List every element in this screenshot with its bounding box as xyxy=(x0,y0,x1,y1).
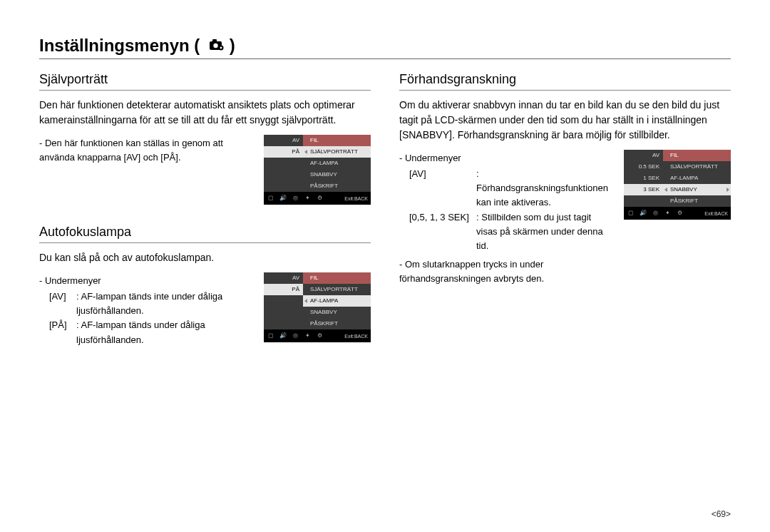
menu-left-item[interactable]: AV xyxy=(264,135,303,146)
menu-footer: ▢ 🔊 ◎ ✦ ⚙ Exit:BACK xyxy=(264,192,371,205)
menu-left-item xyxy=(264,318,303,329)
section-preview: Förhandsgranskning Om du aktiverar snabb… xyxy=(399,72,731,287)
menu-left-item[interactable]: AV xyxy=(624,150,663,161)
gear-icon: ⚙ xyxy=(315,332,324,340)
page-number: <69> xyxy=(712,509,731,519)
section-intro: Om du aktiverar snabbvyn innan du tar en… xyxy=(399,98,731,143)
content-columns: Självporträtt Den här funktionen detekte… xyxy=(39,72,731,367)
left-column: Självporträtt Den här funktionen detekte… xyxy=(39,72,371,367)
page-title-row: Inställningsmenyn ( ) xyxy=(39,36,731,59)
right-column: Förhandsgranskning Om du aktiverar snabb… xyxy=(399,72,731,367)
menu-footer: ▢ 🔊 ◎ ✦ ⚙ Exit:BACK xyxy=(624,207,731,220)
menu-left-item xyxy=(624,195,663,207)
manual-page: Inställningsmenyn ( ) Självporträtt Den … xyxy=(0,0,770,532)
menu-left-item[interactable]: 1 SEK xyxy=(624,173,663,184)
sound-icon: 🔊 xyxy=(639,209,647,218)
menu-right-item[interactable]: PÅSKRIFT xyxy=(303,318,371,329)
menu-right-item[interactable]: SNABBVY xyxy=(303,307,371,318)
menu-left-item xyxy=(264,169,303,180)
submenu-row: [AV] : AF-lampan tänds inte under dåliga… xyxy=(49,290,252,318)
triangle-right-icon xyxy=(727,188,729,192)
camera-icon: ◎ xyxy=(651,209,659,218)
menu-right-item[interactable]: FIL xyxy=(303,135,371,146)
menu-left-item[interactable]: 0.5 SEK xyxy=(624,161,663,173)
menu-left-item xyxy=(264,180,303,192)
camera-menu-aflamp: AV PÅ FIL SJÄLVPORTRÄTT AF-LAMPA SNABBV xyxy=(264,272,371,342)
menu-left-item xyxy=(264,158,303,169)
tools-icon: ✦ xyxy=(303,194,312,203)
section-intro: Den här funktionen detekterar automatisk… xyxy=(39,98,371,128)
menu-footer: ▢ 🔊 ◎ ✦ ⚙ Exit:BACK xyxy=(264,329,371,342)
sound-icon: 🔊 xyxy=(279,332,287,340)
camera-icon: ◎ xyxy=(291,194,299,203)
menu-right-item[interactable]: SJÄLVPORTRÄTT xyxy=(663,161,731,173)
menu-right-item[interactable]: PÅSKRIFT xyxy=(663,195,731,207)
section-intro: Du kan slå på och av autofokuslampan. xyxy=(39,250,371,265)
submenu-label: - Undermenyer xyxy=(39,274,252,288)
menu-left-item[interactable]: PÅ xyxy=(264,146,303,158)
section-note: - Den här funktionen kan ställas in geno… xyxy=(39,136,252,165)
triangle-left-icon xyxy=(304,299,307,303)
submenu-row: [PÅ] : AF-lampan tänds under dåliga ljus… xyxy=(49,318,252,347)
submenu-row: [AV] : Förhandsgranskningsfunktionen kan… xyxy=(409,167,612,210)
menu-exit-label[interactable]: Exit:BACK xyxy=(344,196,368,201)
camera-menu-preview: AV 0.5 SEK 1 SEK 3 SEK FIL SJÄLVPORTRÄTT… xyxy=(624,150,731,220)
menu-left-item xyxy=(264,307,303,318)
menu-right-item[interactable]: SJÄLVPORTRÄTT xyxy=(303,284,371,295)
menu-left-item[interactable]: 3 SEK xyxy=(624,184,663,195)
gear-icon: ⚙ xyxy=(315,194,324,203)
section-note: - Om slutarknappen trycks in under förha… xyxy=(399,257,612,286)
menu-right-item[interactable]: SJÄLVPORTRÄTT xyxy=(303,146,371,158)
camera-menu-selfportrait: AV PÅ FIL SJÄLVPORTRÄTT AF-LAMPA SNABBV xyxy=(264,135,371,205)
tools-icon: ✦ xyxy=(663,209,672,218)
menu-right-item[interactable]: FIL xyxy=(663,150,731,161)
menu-right-item[interactable]: AF-LAMPA xyxy=(303,158,371,169)
submenu-row: [0,5, 1, 3 SEK] : Stillbilden som du jus… xyxy=(409,210,612,253)
section-aflamp: Autofokuslampa Du kan slå på och av auto… xyxy=(39,225,371,347)
svg-point-2 xyxy=(213,44,217,48)
display-icon: ▢ xyxy=(267,332,275,340)
tools-icon: ✦ xyxy=(303,332,312,340)
menu-right-item[interactable]: PÅSKRIFT xyxy=(303,180,371,192)
svg-point-4 xyxy=(220,47,222,49)
menu-right-item[interactable]: AF-LAMPA xyxy=(663,173,731,184)
svg-rect-1 xyxy=(212,39,217,42)
menu-right-item[interactable]: SNABBVY xyxy=(663,184,731,195)
menu-left-item xyxy=(264,295,303,307)
section-heading: Självporträtt xyxy=(39,72,371,91)
submenu-definitions: [AV] : AF-lampan tänds inte under dåliga… xyxy=(39,290,252,347)
sound-icon: 🔊 xyxy=(279,194,287,203)
triangle-left-icon xyxy=(304,150,307,154)
menu-left-item[interactable]: AV xyxy=(264,272,303,284)
menu-left-item[interactable]: PÅ xyxy=(264,284,303,295)
section-heading: Förhandsgranskning xyxy=(399,72,731,91)
menu-right-item[interactable]: SNABBVY xyxy=(303,169,371,180)
display-icon: ▢ xyxy=(627,209,635,218)
section-selfportrait: Självporträtt Den här funktionen detekte… xyxy=(39,72,371,205)
submenu-definitions: [AV] : Förhandsgranskningsfunktionen kan… xyxy=(399,167,612,253)
gear-icon: ⚙ xyxy=(675,209,684,218)
menu-right-item[interactable]: AF-LAMPA xyxy=(303,295,371,307)
menu-exit-label[interactable]: Exit:BACK xyxy=(344,334,368,339)
triangle-left-icon xyxy=(664,188,667,192)
camera-icon: ◎ xyxy=(291,332,299,340)
menu-right-item[interactable]: FIL xyxy=(303,272,371,284)
display-icon: ▢ xyxy=(267,194,275,203)
submenu-label: - Undermenyer xyxy=(399,151,612,165)
menu-exit-label[interactable]: Exit:BACK xyxy=(704,211,728,216)
camera-gear-icon xyxy=(209,39,225,51)
section-heading: Autofokuslampa xyxy=(39,225,371,243)
page-title: Inställningsmenyn ( ) xyxy=(39,36,235,56)
